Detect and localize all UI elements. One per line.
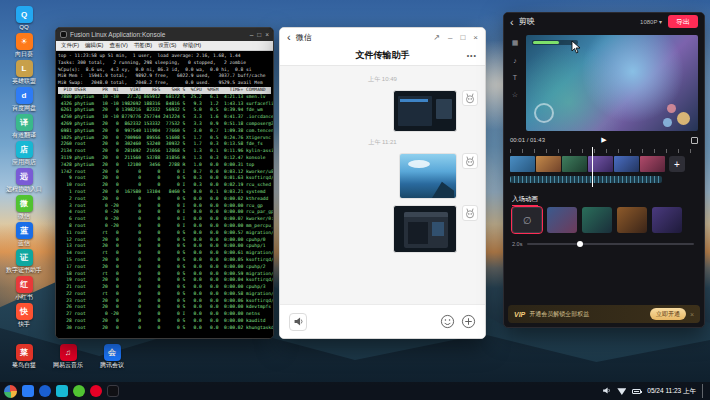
taskbar-appstore-icon[interactable] xyxy=(56,385,68,397)
emoji-icon[interactable] xyxy=(440,314,455,329)
clip-thumbnail[interactable] xyxy=(536,156,561,172)
timeline-ruler[interactable] xyxy=(510,149,698,153)
clip-thumbnail[interactable] xyxy=(510,156,535,172)
animation-preset-card[interactable] xyxy=(547,207,577,233)
desktop-icon-appstore[interactable]: 店应用商店 xyxy=(6,141,42,166)
battery-icon[interactable] xyxy=(632,389,641,394)
text-tool-icon[interactable]: T xyxy=(513,74,517,81)
attach-plus-icon[interactable] xyxy=(461,314,476,329)
top-process-rows: 7880 phytium 10 -10 27.2g 865912 68172 S… xyxy=(58,94,271,332)
maximize-button[interactable]: □ xyxy=(257,31,261,38)
media-tool-icon[interactable]: ▦ xyxy=(512,39,519,47)
desktop-icon-certificate[interactable]: 证数字证书助手 xyxy=(6,249,42,274)
wechat-titlebar[interactable]: ‹ 微信 ↗ – □ × xyxy=(280,28,485,46)
animation-preset-card[interactable] xyxy=(652,207,682,233)
desktop-icon-remote-assist[interactable]: 远远程协助入口 xyxy=(6,168,42,193)
duration-label: 2.0s xyxy=(512,241,522,247)
lol-icon: L xyxy=(16,60,33,77)
sent-image-screenshot-2[interactable] xyxy=(393,205,457,253)
desktop-icon-lol[interactable]: L英雄联盟 xyxy=(6,60,42,85)
desktop-icon-tencent-meeting[interactable]: 会腾讯会议 xyxy=(94,344,130,369)
clip-thumbnail[interactable] xyxy=(640,156,665,172)
play-button[interactable]: ▶ xyxy=(601,136,606,144)
desktop-icon-baidu-pan[interactable]: d百度网盘 xyxy=(6,87,42,112)
editor-titlebar[interactable]: ‹ 剪映 1080P ▾ 导出 xyxy=(504,13,704,30)
timeline-playhead[interactable] xyxy=(592,147,593,187)
avatar[interactable] xyxy=(462,153,478,169)
desktop-icon-xiaohongshu[interactable]: 红小红书 xyxy=(6,276,42,301)
fullscreen-icon[interactable] xyxy=(691,137,698,144)
timeline-video-track[interactable]: + xyxy=(510,155,685,173)
avatar[interactable] xyxy=(462,205,478,221)
tab-entrance-animation[interactable]: 入场动画 xyxy=(512,195,538,206)
message-input[interactable] xyxy=(313,312,434,332)
desktop-icon-cainiao[interactable]: 菜菜鸟自提 xyxy=(6,344,42,369)
icon-label: 英雄联盟 xyxy=(6,78,42,85)
icon-label: 菜鸟自提 xyxy=(6,362,42,369)
duration-slider[interactable] xyxy=(527,243,694,245)
voice-icon[interactable] xyxy=(289,313,307,331)
terminal-window: Fusion Linux Application:Konsole – □ × 文… xyxy=(55,27,274,339)
desktop-icon-netease-music[interactable]: ♫网易云音乐 xyxy=(50,344,86,369)
desktop-icon-lanxin[interactable]: 蓝蓝信 xyxy=(6,222,42,247)
taskbar-wechat-icon[interactable] xyxy=(73,385,85,397)
desktop: QQQ ☀向日葵 L英雄联盟 d百度网盘 译有道翻译 店应用商店 远远程协助入口… xyxy=(0,0,710,400)
animation-preset-card[interactable] xyxy=(617,207,647,233)
volume-icon[interactable] xyxy=(602,386,611,397)
add-clip-button[interactable]: + xyxy=(669,156,685,172)
taskbar-jianying-icon[interactable] xyxy=(107,385,119,397)
minimize-button[interactable]: – xyxy=(448,33,452,42)
slider-knob[interactable] xyxy=(577,241,583,247)
desktop-icon-qq[interactable]: QQQ xyxy=(6,6,42,31)
vip-badge: VIP xyxy=(514,311,525,318)
network-icon[interactable] xyxy=(617,387,626,395)
close-button[interactable]: × xyxy=(265,31,269,38)
maximize-button[interactable]: □ xyxy=(460,33,465,42)
menu-file[interactable]: 文件(F) xyxy=(61,42,79,49)
popout-icon[interactable]: ↗ xyxy=(433,33,440,42)
show-desktop-button[interactable] xyxy=(702,384,706,398)
playback-time: 00:01 / 01:43 xyxy=(510,137,545,143)
launcher-icon[interactable] xyxy=(4,385,17,398)
back-icon[interactable]: ‹ xyxy=(287,32,291,42)
video-preview[interactable] xyxy=(526,35,698,131)
terminal-titlebar[interactable]: Fusion Linux Application:Konsole – □ × xyxy=(56,28,273,41)
taskbar-clock[interactable]: 05/24 11:23 上午 xyxy=(647,387,696,396)
sent-image-artwork[interactable] xyxy=(399,153,457,199)
effects-tool-icon[interactable]: ☆ xyxy=(512,91,518,99)
top-column-header: PID USER PR NI VIRT RES SHR S %CPU %MEM … xyxy=(58,87,271,94)
icon-label: 向日葵 xyxy=(6,51,42,58)
taskbar-music-icon[interactable] xyxy=(90,385,102,397)
back-icon[interactable]: ‹ xyxy=(510,17,514,27)
minimize-button[interactable]: – xyxy=(250,31,254,38)
taskbar-file-manager-icon[interactable] xyxy=(22,385,34,397)
desktop-icon-translate[interactable]: 译有道翻译 xyxy=(6,114,42,139)
resolution-dropdown[interactable]: 1080P ▾ xyxy=(640,18,662,25)
xiaohongshu-icon: 红 xyxy=(16,276,33,293)
terminal-output[interactable]: top - 11:23:58 up 51 min, 1 user, load a… xyxy=(56,51,273,338)
audio-tool-icon[interactable]: ♪ xyxy=(513,57,517,64)
vip-close-icon[interactable]: × xyxy=(690,311,694,318)
desktop-icon-kuaishou[interactable]: 快快手 xyxy=(6,303,42,328)
chat-timestamp: 上午 11:21 xyxy=(287,138,478,147)
vip-subscribe-button[interactable]: 立即开通 xyxy=(650,308,686,320)
chat-message-list[interactable]: 上午 10:49 上午 11:21 xyxy=(280,66,485,304)
menu-view[interactable]: 查看(V) xyxy=(109,42,127,49)
desktop-icon-wechat[interactable]: 微微信 xyxy=(6,195,42,220)
more-icon[interactable]: ••• xyxy=(467,52,477,59)
clip-thumbnail[interactable] xyxy=(562,156,587,172)
sent-image-screenshot-1[interactable] xyxy=(393,90,457,132)
menu-help[interactable]: 帮助(H) xyxy=(182,42,201,49)
taskbar-browser-icon[interactable] xyxy=(39,385,51,397)
animation-preset-none[interactable]: ∅ xyxy=(512,207,542,233)
close-button[interactable]: × xyxy=(473,33,478,42)
animation-preset-card[interactable] xyxy=(582,207,612,233)
avatar[interactable] xyxy=(462,90,478,106)
menu-edit[interactable]: 编辑(E) xyxy=(85,42,103,49)
menu-bookmarks[interactable]: 书签(B) xyxy=(134,42,152,49)
menu-settings[interactable]: 设置(S) xyxy=(158,42,176,49)
timeline-audio-track[interactable] xyxy=(510,176,662,183)
export-button[interactable]: 导出 xyxy=(668,15,698,28)
clip-thumbnail[interactable] xyxy=(614,156,639,172)
desktop-icon-sunflower[interactable]: ☀向日葵 xyxy=(6,33,42,58)
